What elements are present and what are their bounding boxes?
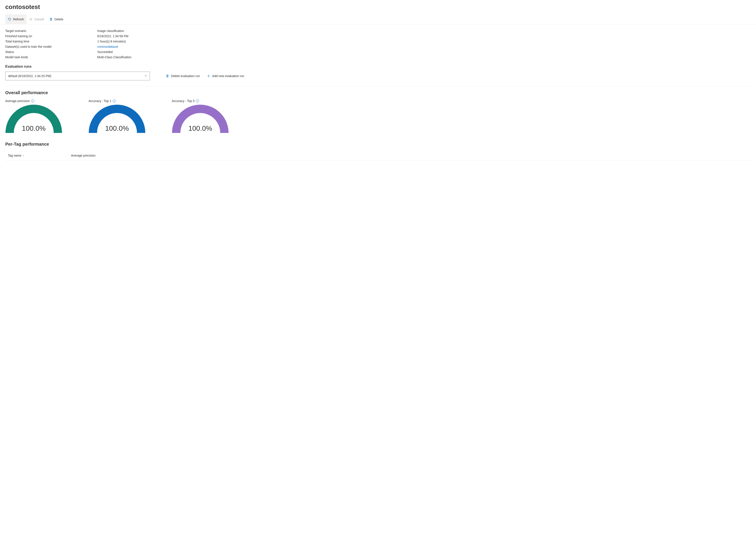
info-icon[interactable]: i: [113, 99, 116, 103]
page-title: contosotest: [5, 4, 751, 11]
column-header-tag-name[interactable]: Tag name ↑: [5, 154, 71, 157]
info-icon[interactable]: i: [31, 99, 34, 103]
gauge-row: Average precision i 100.0% Accuracy - To…: [5, 99, 751, 133]
gauge-value: 100.0%: [89, 124, 146, 133]
cancel-icon: [29, 18, 33, 21]
gauge-label-text: Average precision: [5, 99, 30, 103]
overall-performance-heading: Overall performance: [5, 90, 751, 95]
per-tag-performance-heading: Per-Tag performance: [5, 142, 751, 147]
value-model-task-kinds: Multi-Class Classification: [97, 55, 751, 59]
toolbar: Refresh Cancel Delete: [0, 14, 756, 24]
label-target-scenario: Target scenario: [5, 29, 97, 33]
evaluation-runs-bar: default (6/16/2022, 1:34:25 PM) Delete e…: [5, 72, 751, 86]
evaluation-run-selected-label: default (6/16/2022, 1:34:25 PM): [8, 74, 51, 78]
gauge-accuracy-top5: Accuracy - Top 5 i 100.0%: [172, 99, 231, 133]
label-finished-training: Finished training on: [5, 34, 97, 38]
cancel-label: Cancel: [34, 18, 44, 21]
add-evaluation-run-button[interactable]: Add new evaluation run: [206, 73, 245, 79]
gauge-value: 100.0%: [172, 124, 229, 133]
delete-evaluation-run-label: Delete evaluation run: [171, 74, 200, 78]
details-grid: Target scenario Image classification Fin…: [5, 29, 751, 59]
label-total-training-time: Total training time: [5, 40, 97, 43]
refresh-button[interactable]: Refresh: [5, 14, 27, 24]
column-header-label: Average precision: [71, 154, 96, 157]
delete-icon: [49, 18, 53, 21]
chevron-down-icon: [144, 74, 147, 78]
evaluation-run-select[interactable]: default (6/16/2022, 1:34:25 PM): [5, 72, 150, 80]
label-status: Status: [5, 50, 97, 54]
delete-evaluation-run-button[interactable]: Delete evaluation run: [165, 73, 201, 79]
gauge-average-precision: Average precision i 100.0%: [5, 99, 64, 133]
refresh-icon: [8, 18, 11, 21]
gauge-value: 100.0%: [5, 124, 62, 133]
add-evaluation-run-label: Add new evaluation run: [212, 74, 244, 78]
refresh-label: Refresh: [13, 18, 24, 21]
label-datasets-used: Dataset(s) used to train the model: [5, 45, 97, 48]
cancel-button: Cancel: [27, 14, 47, 24]
sort-ascending-icon: ↑: [23, 154, 24, 157]
value-status: Succeeded: [97, 50, 751, 54]
column-header-label: Tag name: [8, 154, 21, 157]
delete-button[interactable]: Delete: [47, 14, 66, 24]
value-target-scenario: Image classification: [97, 29, 751, 33]
label-model-task-kinds: Model task kinds: [5, 55, 97, 59]
delete-label: Delete: [55, 18, 63, 21]
column-header-average-precision[interactable]: Average precision: [71, 154, 96, 157]
value-finished-training: 6/16/2022, 1:34:58 PM: [97, 34, 751, 38]
value-datasets-used-link[interactable]: contosodataset: [97, 45, 751, 48]
per-tag-table-header: Tag name ↑ Average precision: [5, 151, 751, 161]
gauge-label-text: Accuracy - Top 1: [89, 99, 111, 103]
delete-icon: [166, 74, 169, 78]
info-icon[interactable]: i: [196, 99, 199, 103]
value-total-training-time: 1 hour(s) 8 minute(s): [97, 40, 751, 43]
plus-icon: [207, 74, 210, 78]
evaluation-runs-heading: Evaluation runs: [5, 65, 751, 69]
gauge-accuracy-top1: Accuracy - Top 1 i 100.0%: [89, 99, 148, 133]
gauge-label-text: Accuracy - Top 5: [172, 99, 195, 103]
